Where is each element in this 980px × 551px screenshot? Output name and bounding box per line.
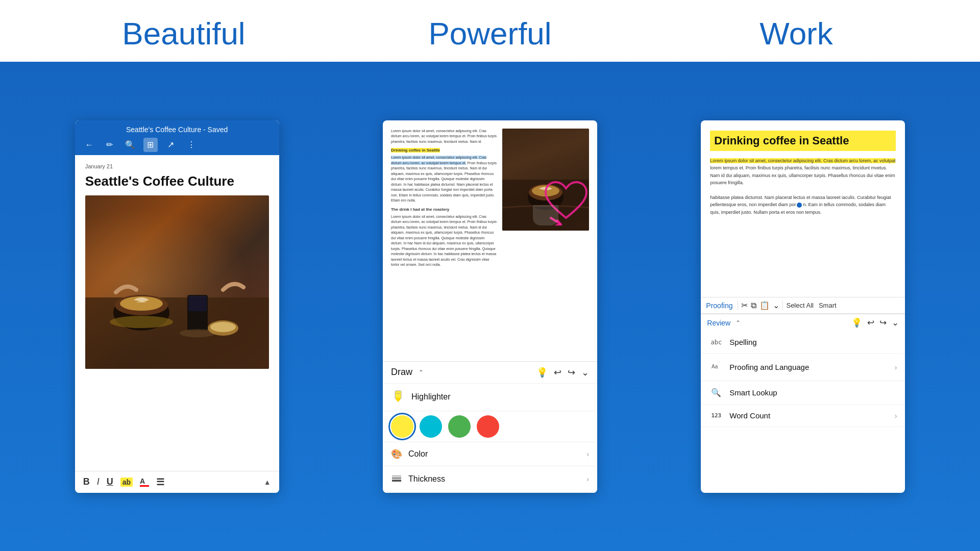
color-swatch-green[interactable]: [448, 415, 471, 438]
sep1: [738, 301, 738, 310]
lightbulb-icon[interactable]: 💡: [536, 367, 548, 378]
underline-button[interactable]: U: [107, 477, 113, 487]
coffee-scene-svg: [85, 195, 269, 369]
highlighted-text-blue: Lorem ipsum dolor sit amet, consectetur …: [391, 156, 486, 165]
review-chevron-icon[interactable]: ⌃: [736, 319, 741, 327]
svg-rect-15: [395, 391, 401, 399]
beautiful-title: Beautiful: [31, 15, 337, 52]
p2-doc-area: Lorem ipsum dolor sit amet, consectetur …: [383, 120, 597, 361]
heart-annotation-svg: [543, 180, 589, 226]
word-count-label: Word Count: [729, 411, 894, 420]
review-label[interactable]: Review: [707, 319, 730, 327]
review-lightbulb-icon[interactable]: 💡: [851, 317, 862, 328]
p2-thickness-menu-item[interactable]: Thickness ›: [383, 466, 597, 493]
p2-intro-text: Lorem ipsum dolor sit amet, consectetur …: [391, 129, 497, 145]
svg-rect-14: [502, 129, 589, 180]
more-icon[interactable]: ⋮: [184, 138, 199, 152]
panels-wrapper: Seattle's Coffee Culture - Saved ← ✏ 🔍 ⊞…: [0, 62, 980, 551]
word-count-icon: 123: [709, 412, 723, 419]
svg-text:Aa: Aa: [712, 364, 718, 369]
review-more-icon[interactable]: ⌄: [892, 317, 899, 328]
p2-text-column: Lorem ipsum dolor sit amet, consectetur …: [391, 129, 497, 353]
p3-doc-area: Drinking coffee in Seattle Lorem ipsum d…: [701, 120, 905, 297]
review-redo-icon[interactable]: ↪: [879, 317, 887, 328]
expand-icon[interactable]: ▲: [264, 478, 271, 486]
draw-chevron-icon[interactable]: ⌃: [419, 369, 424, 376]
thickness-icon: [391, 472, 402, 486]
p2-highlighter-row: Highlighter: [383, 384, 597, 411]
svg-point-9: [210, 322, 236, 332]
back-icon[interactable]: ←: [82, 138, 96, 152]
smart-lookup-label: Smart Lookup: [729, 388, 897, 397]
p3-proofing-lang-item[interactable]: Aa Proofing and Language ›: [701, 354, 905, 381]
p2-draw-toolbar: Draw ⌃ 💡 ↩ ↪ ⌄ Hi: [383, 361, 597, 493]
undo-icon[interactable]: ↩: [554, 367, 561, 378]
p2-coffee-photo: [502, 129, 589, 231]
p3-smart-lookup-item[interactable]: 🔍 Smart Lookup: [701, 381, 905, 405]
highlighter-icon: [391, 389, 405, 406]
p2-body-text: Lorem ipsum dolor sit amet, consectetur …: [391, 155, 497, 204]
cut-icon[interactable]: ✂: [741, 300, 748, 310]
highlight-button[interactable]: ab: [120, 478, 133, 487]
edit-icon[interactable]: ✏: [103, 138, 117, 152]
font-color-button[interactable]: A: [140, 478, 149, 487]
proofing-lang-svg: Aa: [710, 360, 722, 371]
color-swatch-cyan[interactable]: [420, 415, 442, 438]
highlighted-heading: Drinking coffee in Seattle: [391, 148, 440, 153]
powerful-title: Powerful: [337, 15, 643, 52]
list-button[interactable]: ☰: [156, 477, 164, 488]
more-draw-icon[interactable]: ⌄: [581, 367, 589, 378]
smart-label[interactable]: Smart: [819, 302, 837, 309]
draw-label[interactable]: Draw: [391, 367, 412, 378]
proofing-lang-chevron: ›: [895, 363, 897, 371]
proofing-lang-icon: Aa: [709, 360, 723, 374]
svg-rect-16: [396, 398, 400, 400]
p3-doc-text: Lorem ipsum dolor sit amet, consectetur …: [710, 157, 896, 216]
thickness-svg: [391, 472, 402, 484]
italic-button[interactable]: I: [97, 477, 100, 487]
color-menu-label: Color: [408, 449, 586, 459]
proofing-lang-label: Proofing and Language: [729, 363, 894, 371]
cursor-dot: [797, 203, 802, 208]
proofing-label: Proofing: [706, 302, 732, 310]
p3-review-bar: Review ⌃ 💡 ↩ ↪ ⌄: [701, 314, 905, 331]
select-all-button[interactable]: Select All: [786, 302, 813, 309]
layout-icon[interactable]: ⊞: [143, 138, 158, 152]
highlighter-svg: [391, 389, 405, 403]
p2-color-menu-item[interactable]: 🎨 Color ›: [383, 442, 597, 466]
color-menu-chevron: ›: [586, 450, 589, 458]
copy-icon[interactable]: ⧉: [751, 301, 756, 310]
p3-spelling-item[interactable]: abc Spelling: [701, 331, 905, 354]
spelling-icon: abc: [709, 339, 723, 346]
p2-image-column: [502, 129, 589, 353]
thickness-menu-label: Thickness: [408, 474, 586, 484]
search-icon[interactable]: 🔍: [123, 138, 137, 152]
p2-section-title-1: Drinking coffee in Seattle: [391, 147, 497, 154]
review-undo-icon[interactable]: ↩: [867, 317, 874, 328]
paste-icon[interactable]: 📋: [760, 300, 770, 310]
p3-normal-text: lorem tempus et. Proin finibus turpis ph…: [710, 165, 895, 185]
smart-lookup-icon: 🔍: [709, 388, 723, 397]
bold-button[interactable]: B: [83, 477, 90, 487]
share-icon[interactable]: ↗: [164, 138, 178, 152]
paste-down-icon[interactable]: ⌄: [773, 300, 779, 310]
p1-date: January 21: [85, 163, 269, 169]
p2-colors-row: [383, 411, 597, 442]
work-title: Work: [643, 15, 949, 52]
p1-content: January 21 Seattle's Coffee Culture: [75, 155, 279, 471]
p1-doc-title: Seattle's Coffee Culture: [85, 173, 269, 189]
color-swatch-yellow[interactable]: [391, 415, 413, 438]
p2-doc-inner: Lorem ipsum dolor sit amet, consectetur …: [391, 129, 589, 353]
panel-work: Drinking coffee in Seattle Lorem ipsum d…: [701, 120, 905, 493]
p3-word-count-item[interactable]: 123 Word Count ›: [701, 405, 905, 427]
highlighter-label[interactable]: Highlighter: [411, 392, 450, 402]
panel-powerful: Lorem ipsum dolor sit amet, consectetur …: [383, 120, 597, 493]
p3-highlighted-text: Lorem ipsum dolor sit amet, consectetur …: [710, 158, 895, 163]
color-swatch-red[interactable]: [477, 415, 499, 438]
svg-rect-6: [188, 296, 207, 311]
p2-section2-text: Lorem ipsum dolor sit amet, consectetur …: [391, 214, 497, 268]
p1-icon-row: ← ✏ 🔍 ⊞ ↗ ⋮: [82, 138, 272, 152]
redo-icon[interactable]: ↪: [568, 367, 575, 378]
p1-coffee-image: [85, 195, 269, 369]
panel-beautiful: Seattle's Coffee Culture - Saved ← ✏ 🔍 ⊞…: [75, 120, 279, 493]
